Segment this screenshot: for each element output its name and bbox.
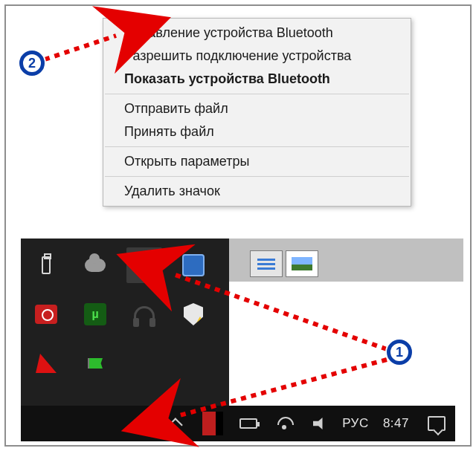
wifi-icon [275, 415, 293, 432]
menu-item-allow-connect[interactable]: Разрешить подключение устройства [103, 45, 411, 68]
utorrent-icon: µ [84, 303, 106, 325]
cloud-icon [85, 259, 106, 272]
notification-icon [428, 416, 446, 431]
thumbnail-picture[interactable] [286, 250, 318, 277]
taskbar-app-button[interactable] [200, 411, 225, 436]
red-triangle-icon [36, 354, 57, 373]
menu-item-receive-file[interactable]: Принять файл [103, 120, 411, 143]
battery-icon [239, 418, 257, 429]
chevron-up-icon [168, 418, 183, 432]
menu-separator [105, 176, 409, 177]
tray-icon-security[interactable] [176, 296, 211, 332]
tray-icon-camera[interactable] [28, 296, 64, 332]
tray-icon-usb[interactable] [28, 247, 64, 283]
clock[interactable]: 8:47 [379, 411, 414, 436]
menu-separator [105, 94, 409, 94]
intel-icon [182, 254, 205, 276]
menu-item-send-file[interactable]: Отправить файл [103, 97, 411, 120]
tray-overflow-panel: ∦ µ [21, 239, 229, 406]
menu-item-open-settings[interactable]: Открыть параметры [103, 150, 411, 173]
menu-item-remove-icon[interactable]: Удалить значок [103, 180, 411, 203]
headset-icon [134, 306, 155, 322]
window-thumbnails [247, 247, 321, 280]
tray-icon-audio[interactable] [126, 296, 162, 332]
battery-button[interactable] [236, 411, 261, 436]
volume-button[interactable] [307, 411, 332, 436]
speaker-icon [313, 418, 327, 429]
tray-icon-intel[interactable] [176, 247, 211, 283]
taskbar: РУС 8:47 [21, 406, 455, 441]
menu-item-show-devices[interactable]: Показать устройства Bluetooth [103, 68, 411, 91]
tray-icon-onedrive[interactable] [77, 247, 113, 283]
language-indicator[interactable]: РУС [343, 411, 368, 436]
tray-chevron-button[interactable] [164, 411, 190, 436]
thumbnail-list[interactable] [250, 250, 283, 277]
tray-icon-flag[interactable] [77, 345, 113, 381]
menu-separator [105, 146, 409, 147]
bluetooth-context-menu: Добавление устройства Bluetooth Разрешит… [103, 18, 411, 207]
network-button[interactable] [271, 411, 297, 436]
flag-icon [88, 358, 103, 369]
callout-badge-1: 1 [387, 340, 412, 365]
camera-icon [35, 305, 57, 324]
callout-badge-2: 2 [19, 51, 45, 76]
tray-icon-utorrent[interactable]: µ [77, 296, 113, 332]
usb-icon [42, 256, 51, 274]
tray-icon-app1[interactable] [28, 345, 64, 381]
app-icon [202, 412, 223, 435]
action-center-button[interactable] [424, 411, 449, 436]
tray-icon-bluetooth[interactable]: ∦ [126, 247, 162, 283]
shield-warning-icon [184, 303, 203, 325]
bluetooth-icon: ∦ [133, 254, 155, 276]
menu-item-add-device[interactable]: Добавление устройства Bluetooth [103, 22, 411, 45]
